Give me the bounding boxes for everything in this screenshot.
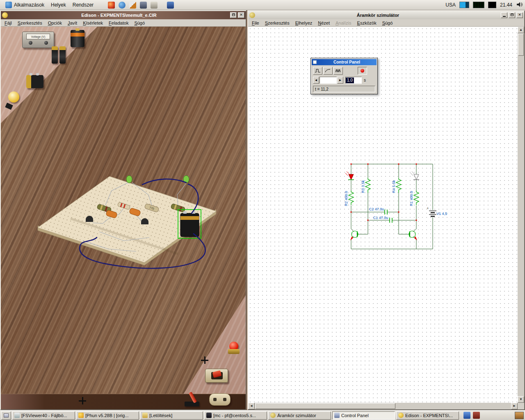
control-panel-icon [313,60,317,64]
browser-launcher-icon[interactable] [108,2,115,9]
edison-maximize-button[interactable] [230,12,237,18]
minimize-icon [503,16,506,17]
graphics-launcher-icon[interactable] [129,2,136,9]
curve-button[interactable] [323,67,333,75]
task-button-phun[interactable]: [Phun v5.28B | [orig... [76,411,139,420]
sim-menu-nezet[interactable]: Nézet [315,20,333,26]
edison-menu-sugo[interactable]: Súgó [131,20,148,26]
tray-red-icon[interactable] [473,412,480,419]
schematic-labels: R3 3.5k R4 5.5k R2 400.0 R1 400.0 C2 47.… [344,180,447,220]
simulator-titlebar[interactable]: Áramkör szimulátor ✕ [248,11,524,19]
system-monitor-applet[interactable] [473,2,484,8]
transistor-q1[interactable] [352,231,358,237]
led-off[interactable] [411,171,419,180]
task-button-aramkor[interactable]: Áramkör szimulátor [268,411,331,420]
control-panel-window[interactable]: Control Panel [310,58,378,94]
terminal-icon [206,413,212,418]
edison-window-title: Edison - EXPMENTS\memult_e.CIR [9,13,229,18]
places-menu[interactable]: Helyek [48,1,69,9]
transistor-q2[interactable] [409,231,415,237]
edison-menu-szerkesztes[interactable]: Szerkesztés [15,20,45,26]
task-button-mc[interactable]: [mc - pf@centos5.s... [204,411,267,420]
battery-v1[interactable] [429,211,436,217]
battery-pair-tool[interactable] [52,46,68,64]
workspace-switcher[interactable] [515,412,524,419]
time-value-field[interactable]: 1.0 [345,77,362,84]
taskbar-tray [463,412,480,419]
folder-icon [142,413,148,418]
caliper-icon[interactable] [79,397,87,405]
applications-menu[interactable]: Alkalmazások [2,1,47,9]
multi-wave-button[interactable] [333,67,343,75]
sim-menu-szerkesztes[interactable]: Szerkesztés [262,20,292,26]
system-menu[interactable]: Rendszer [70,1,96,9]
label-plus: + [427,206,429,210]
close-icon: ✕ [240,13,243,17]
edison-menu-kiserletek[interactable]: Kísérletek [80,20,106,26]
globe-launcher-icon[interactable] [119,2,126,9]
network-indicator[interactable] [459,2,469,8]
clock[interactable]: 21.44 [500,2,512,8]
edison-titlebar[interactable]: Edison - EXPMENTS\memult_e.CIR ✕ [1,11,246,19]
time-slider-track[interactable] [320,77,337,84]
vertical-scroll-thumb[interactable] [518,34,524,56]
horizontal-scroll-thumb[interactable] [255,403,395,409]
led-red[interactable] [345,171,354,180]
time-decrease-button[interactable]: ◄ [313,77,319,84]
square-wave-button[interactable] [313,67,322,75]
lightbulb-tool[interactable] [5,91,23,109]
voltmeter-tool[interactable]: Voltage (V) [22,32,54,48]
edison-menu-opciok[interactable]: Opciók [45,20,65,26]
scroll-up-icon[interactable]: ▲ [518,27,524,33]
time-increase-button[interactable]: ► [337,77,343,84]
archive-launcher-icon[interactable] [151,2,158,9]
task-button-letoltesek[interactable]: [Letöltések] [140,411,203,420]
simulator-window-title: Áramkör szimulátor [256,13,500,18]
green-led[interactable] [126,176,132,183]
battery-large-tool[interactable] [71,30,84,47]
edison-menu-fajl[interactable]: Fájl [2,20,15,26]
record-button[interactable] [358,67,367,75]
simulator-close-button[interactable]: ✕ [516,12,523,18]
panel-tray: USA 21.44 [445,1,523,9]
sim-menu-sugo[interactable]: Súgó [379,20,396,26]
multivibrator-schematic[interactable]: R3 3.5k R4 5.5k R2 400.0 R1 400.0 C2 47.… [344,160,459,254]
media-launcher-icon[interactable] [140,2,147,9]
task-button-edison[interactable]: Edison - EXPMENTS\... [396,411,459,420]
keyboard-indicator[interactable]: USA [445,2,456,8]
schematic-canvas[interactable]: R3 3.5k R4 5.5k R2 400.0 R1 400.0 C2 47.… [248,27,518,403]
lever-switch-tool[interactable] [185,390,200,407]
sim-menu-elhelyez[interactable]: Elhelyez [292,20,315,26]
rocker-switch-tool[interactable] [205,369,228,383]
connector-tool[interactable] [209,393,231,406]
simulator-maximize-button[interactable] [509,12,515,18]
applications-menu-label: Alkalmazások [14,2,44,8]
battery-9v-on-board[interactable] [180,211,199,237]
edison-menu-javit[interactable]: Javít [65,20,80,26]
volume-icon[interactable] [516,1,523,9]
taskbar: [FSViewer40 - Fájlbö... [Phun v5.28B | [… [0,410,525,420]
scroll-left-icon[interactable]: ◄ [248,403,255,409]
vertical-scrollbar[interactable]: ▲ ▼ [518,27,524,403]
sim-menu-eszkozok[interactable]: Eszközök [354,20,379,26]
show-desktop-button[interactable] [1,411,11,420]
caliper-icon[interactable] [201,356,209,365]
edison-menu-feladatok[interactable]: Feladatok [106,20,131,26]
edison-close-button[interactable]: ✕ [238,12,244,18]
battery-9v-tool[interactable] [26,75,43,88]
label-r1: R1 400.0 [409,191,413,206]
applet-display[interactable] [488,2,496,8]
resistors[interactable] [349,178,419,205]
task-button-control-panel[interactable]: Control Panel [332,411,395,420]
edison-workspace[interactable]: Voltage (V) [1,27,246,409]
tray-blue-icon[interactable] [463,412,470,419]
task-button-fsviewer[interactable]: [FSViewer40 - Fájlbö... [12,411,75,420]
sim-menu-file[interactable]: File [249,20,262,26]
simulator-minimize-button[interactable] [501,12,507,18]
control-panel-titlebar[interactable]: Control Panel [312,59,377,65]
scroll-right-icon[interactable]: ► [511,403,518,409]
indicator-lamp-tool[interactable] [227,342,240,356]
horizontal-scrollbar[interactable]: ◄ ► [248,403,518,409]
terminal-launcher-icon[interactable] [167,2,174,9]
scroll-down-icon[interactable]: ▼ [518,396,524,403]
